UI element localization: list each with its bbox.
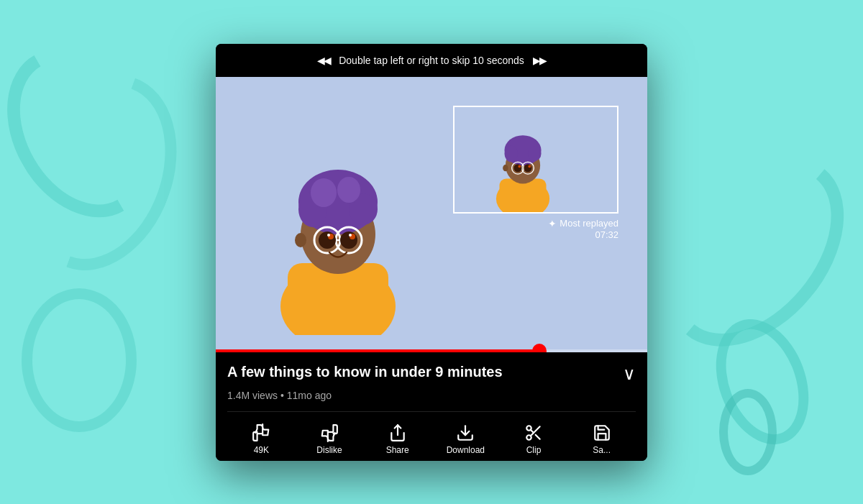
progress-dot[interactable]: [532, 344, 547, 352]
mobile-device: ◀◀ Double tap left or right to skip 10 s…: [216, 44, 647, 461]
svg-point-8: [337, 177, 360, 203]
svg-point-12: [319, 232, 336, 249]
share-label: Share: [386, 445, 409, 455]
skip-hint-container: ◀◀ Double tap left or right to skip 10 s…: [317, 55, 546, 66]
view-count: 1.4M views: [227, 390, 278, 401]
svg-point-30: [519, 165, 521, 168]
save-button[interactable]: Sa...: [567, 418, 636, 461]
like-count: 49K: [254, 445, 269, 455]
most-replayed-label: ✦ Most replayed: [453, 218, 618, 229]
video-area[interactable]: ✦ Most replayed 07:32: [216, 77, 647, 352]
progress-bar-container[interactable]: [216, 349, 647, 352]
skip-right-arrows: ▶▶: [533, 55, 546, 66]
most-replayed-panel: ✦ Most replayed 07:32: [453, 106, 618, 240]
action-bar: 49K Dislike Share: [227, 411, 636, 461]
progress-fill: [216, 349, 539, 352]
svg-point-7: [311, 178, 337, 207]
dislike-button[interactable]: Dislike: [296, 418, 364, 461]
main-character: [259, 134, 417, 338]
thumbnail-box: [453, 106, 618, 214]
sparkle-icon: ✦: [548, 218, 557, 229]
clip-label: Clip: [526, 445, 542, 455]
svg-point-29: [513, 164, 521, 172]
svg-point-14: [327, 234, 330, 237]
svg-point-25: [528, 146, 542, 160]
time-ago: 11mo ago: [287, 390, 332, 401]
thumbs-up-icon: [252, 423, 270, 442]
video-title: A few things to know in under 9 minutes: [227, 362, 614, 381]
dislike-label: Dislike: [316, 445, 342, 455]
clip-button[interactable]: Clip: [500, 418, 568, 461]
meta-separator: •: [278, 390, 287, 401]
share-button[interactable]: Share: [363, 418, 432, 461]
download-icon: [456, 423, 475, 442]
top-bar: ◀◀ Double tap left or right to skip 10 s…: [216, 44, 647, 77]
video-title-row: A few things to know in under 9 minutes …: [227, 362, 636, 384]
svg-point-17: [349, 234, 352, 237]
thumbs-down-icon: [320, 423, 339, 442]
svg-point-33: [503, 165, 508, 171]
share-icon: [388, 423, 407, 442]
svg-point-32: [528, 165, 531, 168]
save-label: Sa...: [593, 445, 611, 455]
skip-left-arrows: ◀◀: [317, 55, 330, 66]
skip-hint-text: Double tap left or right to skip 10 seco…: [339, 55, 524, 66]
most-replayed-text: Most replayed: [560, 218, 618, 229]
like-button[interactable]: 49K: [227, 418, 296, 461]
svg-point-15: [340, 232, 357, 249]
most-replayed-time: 07:32: [453, 229, 618, 240]
svg-point-31: [524, 164, 531, 172]
chevron-down-icon[interactable]: ∨: [623, 364, 636, 384]
save-icon: [593, 423, 611, 442]
svg-point-24: [504, 145, 518, 162]
info-panel: A few things to know in under 9 minutes …: [216, 352, 647, 461]
svg-point-18: [295, 233, 306, 247]
clip-icon: [524, 423, 543, 442]
video-meta: 1.4M views • 11mo ago: [227, 390, 636, 401]
download-button[interactable]: Download: [432, 418, 500, 461]
download-label: Download: [447, 445, 485, 455]
